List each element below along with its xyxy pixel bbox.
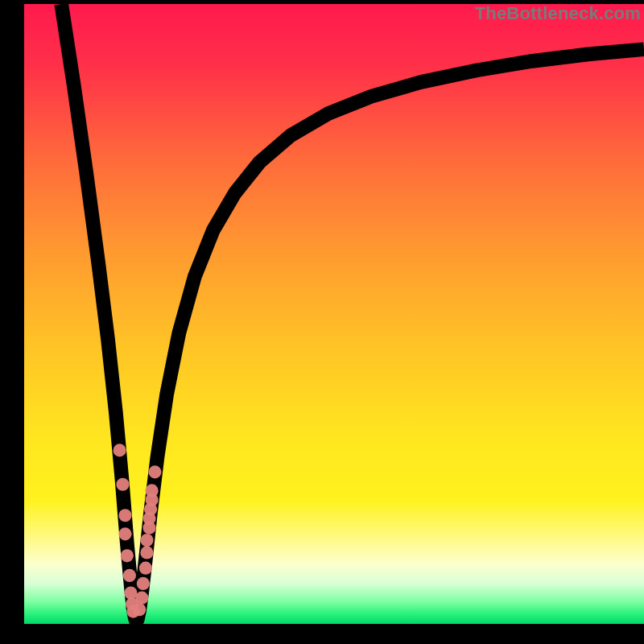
data-point: [137, 577, 150, 590]
data-point: [148, 465, 161, 478]
chart-svg: [24, 4, 644, 624]
data-point: [139, 562, 152, 575]
data-point: [118, 509, 131, 522]
data-point: [124, 586, 137, 599]
plot-area: [24, 4, 644, 624]
data-point: [146, 484, 159, 497]
data-point: [113, 444, 126, 456]
data-point: [116, 478, 129, 491]
data-point: [135, 592, 148, 605]
data-point: [140, 534, 153, 547]
watermark-text: TheBottleneck.com: [475, 3, 641, 24]
data-point: [121, 549, 134, 562]
data-point: [140, 546, 153, 559]
data-point: [118, 527, 131, 540]
chart-stage: TheBottleneck.com: [0, 0, 644, 644]
data-point: [123, 569, 136, 582]
data-point: [133, 603, 146, 616]
